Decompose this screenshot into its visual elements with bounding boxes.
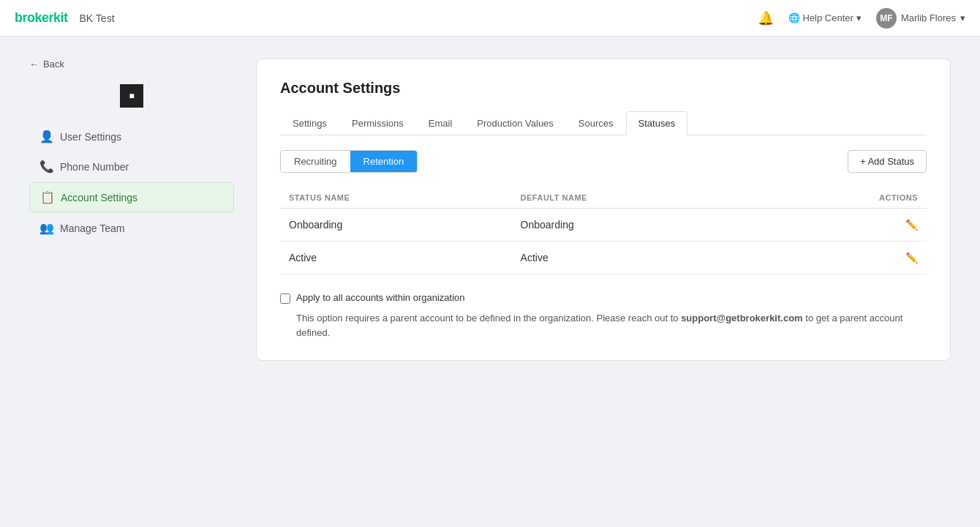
default-name-cell: Onboarding — [512, 209, 761, 242]
tab-settings[interactable]: Settings — [280, 111, 339, 135]
user-menu[interactable]: MF Marlib Flores ▾ — [876, 8, 965, 29]
notification-icon[interactable]: 🔔 — [758, 10, 774, 26]
table-row: Onboarding Onboarding ✏️ — [280, 209, 927, 242]
sidebar-item-label: User Settings — [60, 131, 121, 143]
tab-statuses[interactable]: Statuses — [626, 111, 688, 135]
support-email-link[interactable]: support@getbrokerkit.com — [681, 313, 803, 324]
phone-icon: 📞 — [39, 160, 53, 173]
avatar: MF — [876, 8, 897, 29]
sidebar-item-label: Manage Team — [60, 223, 124, 234]
sidebar-item-user-settings[interactable]: 👤 User Settings — [29, 122, 234, 151]
settings-icon: 📋 — [40, 190, 53, 204]
checkbox-row: Apply to all accounts within organizatio… — [280, 292, 927, 304]
sidebar-logo-area: ■ — [29, 84, 234, 108]
toggle-group: Recruiting Retention — [280, 150, 418, 173]
edit-icon[interactable]: ✏️ — [905, 252, 918, 264]
col-status-name: STATUS NAME — [280, 187, 512, 209]
status-table: STATUS NAME DEFAULT NAME ACTIONS Onboard… — [280, 187, 927, 274]
retention-toggle[interactable]: Retention — [350, 151, 418, 172]
navbar: brokerkit BK Test 🔔 🌐 Help Center ▾ MF M… — [0, 0, 980, 37]
add-status-button[interactable]: + Add Status — [848, 150, 927, 173]
tabs: Settings Permissions Email Production Va… — [280, 111, 927, 135]
logo[interactable]: brokerkit — [15, 10, 68, 26]
chevron-down-icon: ▾ — [856, 12, 862, 23]
arrow-left-icon: ← — [29, 59, 39, 70]
apply-all-checkbox[interactable] — [280, 294, 290, 304]
help-center-button[interactable]: 🌐 Help Center ▾ — [788, 12, 862, 23]
tab-production-values[interactable]: Production Values — [464, 111, 566, 135]
team-icon: 👥 — [39, 221, 53, 235]
recruiting-toggle[interactable]: Recruiting — [281, 151, 350, 172]
tab-sources[interactable]: Sources — [566, 111, 626, 135]
sidebar-item-label: Phone Number — [60, 161, 129, 173]
globe-icon: 🌐 — [788, 12, 800, 23]
navbar-left: brokerkit BK Test — [15, 10, 115, 26]
sidebar-logo-icon: ■ — [129, 91, 134, 101]
account-name: BK Test — [80, 12, 115, 24]
sidebar-item-manage-team[interactable]: 👥 Manage Team — [29, 214, 234, 242]
user-name: Marlib Flores — [901, 12, 956, 23]
tab-email[interactable]: Email — [416, 111, 465, 135]
table-row: Active Active ✏️ — [280, 242, 927, 274]
main-content: ← Back ■ 👤 User Settings 📞 Phone Number … — [0, 37, 980, 383]
page-title: Account Settings — [280, 80, 927, 97]
chevron-down-icon: ▾ — [960, 12, 965, 23]
col-default-name: DEFAULT NAME — [512, 187, 761, 209]
info-text: This option requires a parent account to… — [296, 311, 927, 340]
sidebar-item-label: Account Settings — [61, 192, 137, 203]
sidebar: ← Back ■ 👤 User Settings 📞 Phone Number … — [29, 59, 234, 361]
help-center-label: Help Center — [803, 12, 853, 23]
user-icon: 👤 — [39, 130, 53, 143]
content-area: Account Settings Settings Permissions Em… — [256, 59, 951, 361]
toggle-row: Recruiting Retention + Add Status — [280, 150, 927, 173]
apply-all-label[interactable]: Apply to all accounts within organizatio… — [296, 292, 465, 303]
sidebar-item-phone-number[interactable]: 📞 Phone Number — [29, 152, 234, 181]
info-text-before: This option requires a parent account to… — [296, 313, 681, 324]
sidebar-nav: 👤 User Settings 📞 Phone Number 📋 Account… — [29, 122, 234, 242]
actions-cell: ✏️ — [761, 209, 927, 242]
edit-icon[interactable]: ✏️ — [905, 219, 918, 231]
sidebar-item-account-settings[interactable]: 📋 Account Settings — [29, 182, 234, 212]
status-name-cell: Onboarding — [280, 209, 512, 242]
actions-cell: ✏️ — [761, 242, 927, 274]
back-label: Back — [43, 59, 64, 70]
col-actions: ACTIONS — [761, 187, 927, 209]
default-name-cell: Active — [512, 242, 761, 274]
sidebar-logo-box: ■ — [120, 84, 143, 108]
status-name-cell: Active — [280, 242, 512, 274]
tab-permissions[interactable]: Permissions — [339, 111, 416, 135]
back-link[interactable]: ← Back — [29, 59, 234, 70]
navbar-right: 🔔 🌐 Help Center ▾ MF Marlib Flores ▾ — [758, 8, 966, 29]
